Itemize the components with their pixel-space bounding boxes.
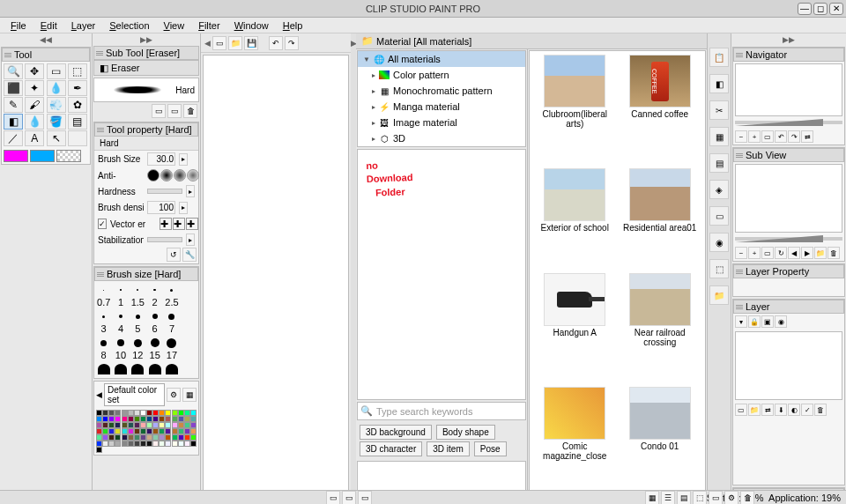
material-thumb[interactable]: Comic magazine_close	[533, 387, 617, 499]
color-swatch[interactable]	[122, 434, 128, 441]
menu-filter[interactable]: Filter	[191, 19, 226, 33]
color-swatch[interactable]	[178, 434, 184, 441]
color-swatch[interactable]	[122, 416, 128, 422]
color-swatch[interactable]	[140, 428, 146, 434]
nav-rotate-r-icon[interactable]: ↷	[788, 130, 800, 143]
color-swatch[interactable]	[172, 441, 178, 447]
sb-icon3[interactable]: ▭	[358, 491, 372, 505]
color-swatch[interactable]	[190, 428, 197, 434]
colorset-size-icon[interactable]: ▦	[182, 388, 197, 402]
color-swatch[interactable]	[128, 416, 134, 422]
color-swatch[interactable]	[184, 416, 190, 422]
tool-correctline[interactable]: ↖	[47, 130, 66, 146]
color-swatch[interactable]	[146, 416, 152, 422]
tree-manga[interactable]: ▸⚡Manga material	[358, 99, 525, 115]
brushdensity-value[interactable]: 100	[147, 201, 175, 214]
brushsize-preset[interactable]: 17	[164, 336, 179, 360]
sv-rotate-icon[interactable]: ↻	[775, 247, 787, 259]
stabilization-slider[interactable]	[147, 237, 182, 242]
brushsize-preset[interactable]: 7	[164, 309, 179, 334]
tag-3d-character[interactable]: 3D character	[360, 441, 422, 456]
save-file-icon[interactable]: 💾	[244, 36, 258, 50]
brushsize-preset[interactable]: 2	[147, 283, 162, 308]
matside-btn4[interactable]: ▦	[709, 127, 729, 146]
color-swatch[interactable]	[140, 422, 146, 428]
toolbar-collapse-icon[interactable]: ◀	[204, 39, 211, 48]
color-swatch[interactable]	[159, 441, 165, 447]
brushsize-grid[interactable]: 0.711.522.534567810121517	[94, 281, 198, 378]
subtool-tab[interactable]: ◧ Eraser	[93, 60, 199, 76]
matside-btn7[interactable]: ▭	[709, 206, 729, 226]
color-swatch[interactable]	[128, 422, 134, 428]
color-swatch[interactable]	[115, 410, 121, 416]
matside-btn6[interactable]: ◈	[709, 180, 729, 199]
color-swatch[interactable]	[96, 428, 102, 434]
color-swatch[interactable]	[128, 434, 134, 441]
new-file-icon[interactable]: ▭	[212, 36, 226, 50]
tool-marquee[interactable]: ⬛	[4, 80, 23, 96]
tool-pencil[interactable]: ✎	[4, 97, 23, 113]
panel-expand-handle[interactable]: ▶▶	[93, 33, 199, 46]
layer-list[interactable]	[735, 331, 842, 400]
brushsize-preset[interactable]: 15	[147, 336, 162, 360]
brushsize-preset[interactable]: 12	[130, 336, 145, 360]
tree-root[interactable]: ▼🌐 All materials	[358, 51, 525, 67]
subtool-header[interactable]: Sub Tool [Eraser]	[93, 46, 199, 60]
color-swatch[interactable]	[159, 416, 165, 422]
sv-prev-icon[interactable]: ◀	[788, 247, 800, 259]
navigator-header[interactable]: Navigator	[733, 48, 844, 62]
right-collapse-handle[interactable]: ▶▶	[731, 33, 846, 46]
color-swatch[interactable]	[190, 416, 197, 422]
material-thumb[interactable]: Residential area01	[619, 168, 702, 271]
color-swatch[interactable]	[108, 416, 115, 422]
colorset-settings-icon[interactable]: ⚙	[167, 388, 181, 402]
color-swatch[interactable]	[102, 410, 108, 416]
subtool-dup-icon[interactable]: ▭	[167, 104, 182, 118]
layer-header[interactable]: Layer	[733, 300, 844, 314]
color-swatch[interactable]	[134, 416, 140, 422]
material-thumb[interactable]: Handgun A	[533, 273, 617, 385]
color-swatch[interactable]	[165, 434, 171, 441]
menu-layer[interactable]: Layer	[64, 19, 103, 33]
minimize-button[interactable]: —	[798, 3, 812, 15]
nav-fit-icon[interactable]: ▭	[761, 130, 774, 143]
color-swatch[interactable]	[165, 410, 171, 416]
layer-merge-icon[interactable]: ⬇	[775, 404, 787, 416]
color-swatch[interactable]	[184, 428, 190, 434]
tool-move[interactable]: ✥	[25, 63, 44, 79]
color-swatch[interactable]	[178, 422, 184, 428]
matside-btn8[interactable]: ◉	[709, 233, 729, 252]
open-file-icon[interactable]: 📁	[228, 36, 242, 50]
menu-selection[interactable]: Selection	[102, 19, 156, 33]
close-button[interactable]: ✕	[829, 3, 843, 15]
color-swatch[interactable]	[140, 434, 146, 441]
color-swatch[interactable]	[128, 410, 134, 416]
matside-folder-icon[interactable]: 📁	[709, 285, 729, 305]
toolproperty-header[interactable]: Tool property [Hard]	[94, 122, 198, 137]
color-swatch[interactable]	[115, 422, 121, 428]
background-color[interactable]	[30, 150, 55, 162]
menu-file[interactable]: File	[4, 19, 33, 33]
color-swatch[interactable]	[108, 410, 115, 416]
material-thumb[interactable]: COFFEECanned coffee	[619, 55, 702, 167]
transparent-color[interactable]	[56, 150, 81, 162]
color-swatch[interactable]	[102, 422, 108, 428]
colorset-grid[interactable]	[94, 408, 198, 455]
layer-ref-icon[interactable]: ◉	[775, 315, 787, 328]
tool-decoration[interactable]: ✿	[68, 97, 87, 113]
color-swatch[interactable]	[102, 416, 108, 422]
matside-btn9[interactable]: ⬚	[709, 259, 729, 278]
sb-view5-icon[interactable]: ▭	[709, 491, 723, 505]
color-swatch[interactable]	[152, 441, 159, 447]
tool-magnify[interactable]: 🔍	[4, 63, 23, 79]
brushsize-preset[interactable]: 6	[147, 309, 162, 334]
color-swatch[interactable]	[146, 441, 152, 447]
color-swatch[interactable]	[96, 410, 102, 416]
material-thumb[interactable]: Near railroad crossing	[619, 273, 702, 385]
color-swatch[interactable]	[128, 428, 134, 434]
tree-3d[interactable]: ▸⬡3D	[358, 130, 525, 146]
tool-eyedropper[interactable]: 💧	[47, 80, 66, 96]
brushsize-preset[interactable]: 2.5	[164, 283, 179, 308]
layer-lock-icon[interactable]: 🔒	[748, 315, 761, 328]
color-swatch[interactable]	[115, 441, 121, 447]
